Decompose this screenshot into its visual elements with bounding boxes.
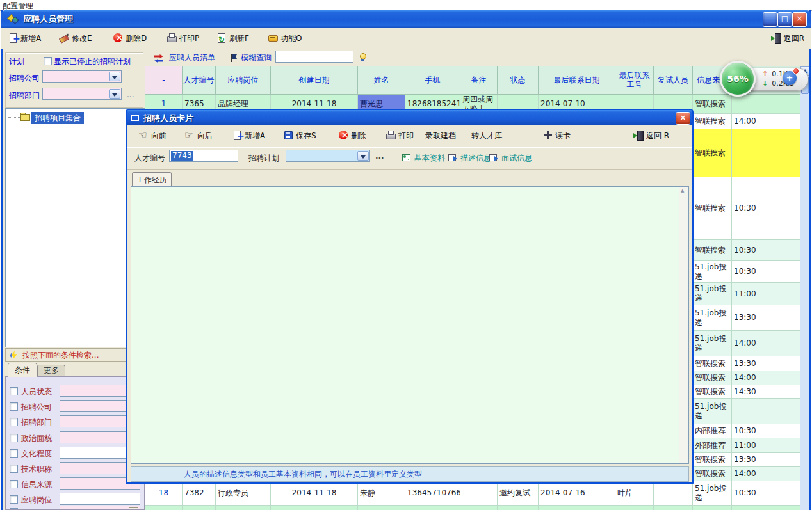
column-header[interactable]: 最后联系日期 <box>539 66 615 95</box>
table-cell[interactable]: 13:30 <box>732 305 770 331</box>
table-cell[interactable] <box>405 506 460 510</box>
table-cell[interactable]: 51.job投递 <box>693 331 732 356</box>
table-cell[interactable] <box>770 240 800 261</box>
column-header[interactable]: 手机 <box>405 66 460 95</box>
search-field-input[interactable] <box>60 506 140 510</box>
plan-ellipsis-button[interactable]: ... <box>375 152 384 161</box>
table-cell[interactable] <box>654 506 693 510</box>
table-cell[interactable]: 14:30 <box>732 385 770 399</box>
table-cell[interactable] <box>732 129 770 177</box>
memo-scrollbar[interactable] <box>679 187 688 463</box>
dept-combo[interactable] <box>42 88 122 100</box>
table-cell[interactable]: 11:00 <box>732 438 770 453</box>
table-cell[interactable]: 51.job投递 <box>693 283 732 305</box>
table-cell[interactable] <box>770 371 800 385</box>
table-cell[interactable] <box>145 506 183 510</box>
table-cell[interactable]: 智联搜索 <box>693 356 732 371</box>
table-cell[interactable]: 智联搜索 <box>693 129 732 177</box>
tab-applicant-list[interactable]: 应聘人员清单 <box>169 52 215 63</box>
table-cell[interactable]: 智联搜索 <box>693 177 732 240</box>
column-header[interactable]: 姓名 <box>358 66 405 95</box>
table-cell[interactable] <box>539 506 615 510</box>
search-checkbox[interactable] <box>10 418 18 426</box>
table-cell[interactable]: 内部推荐 <box>693 424 732 438</box>
chevron-down-icon[interactable] <box>109 89 120 99</box>
table-cell[interactable]: 行政专员 <box>216 481 271 506</box>
table-cell[interactable]: 朱静 <box>358 481 405 506</box>
search-header-label[interactable]: 按照下面的条件检索... <box>22 350 99 361</box>
code-input[interactable]: 7743 <box>169 150 238 162</box>
dialog-toolbar-button-5[interactable]: 删除 <box>338 129 366 142</box>
table-cell[interactable] <box>216 506 271 510</box>
table-cell[interactable]: 51.job投递 <box>693 261 732 283</box>
chevron-down-icon[interactable] <box>357 151 369 161</box>
table-cell[interactable]: 智联搜索 <box>693 385 732 399</box>
table-cell[interactable] <box>770 261 800 283</box>
dialog-toolbar-button-6[interactable]: 打印 <box>386 129 414 142</box>
table-cell[interactable]: 叶芹 <box>615 481 654 506</box>
lamp-icon[interactable] <box>357 52 368 62</box>
column-header[interactable]: 创建日期 <box>271 66 358 95</box>
table-cell[interactable] <box>770 356 800 371</box>
chevron-down-icon[interactable] <box>109 72 120 81</box>
table-cell[interactable]: 智联搜索 <box>693 240 732 261</box>
maximize-button[interactable]: □ <box>777 12 792 27</box>
table-cell[interactable]: 10:30 <box>732 261 770 283</box>
search-checkbox[interactable] <box>10 449 18 458</box>
table-cell[interactable]: 14:00 <box>732 467 770 481</box>
plan-combo[interactable] <box>286 150 370 162</box>
table-cell[interactable] <box>770 283 800 305</box>
table-cell[interactable] <box>770 467 800 481</box>
table-cell[interactable] <box>770 438 800 453</box>
table-cell[interactable]: 11:00 <box>732 283 770 305</box>
table-cell[interactable] <box>693 506 732 510</box>
table-cell[interactable]: 智联搜索 <box>693 467 732 481</box>
table-cell[interactable]: 7382 <box>183 481 216 506</box>
dialog-toolbar-button-4[interactable]: 保存S <box>283 129 316 142</box>
dialog-toolbar-button-3[interactable]: 新增A <box>232 129 265 142</box>
column-header[interactable]: - <box>145 66 183 95</box>
work-history-memo[interactable] <box>131 186 689 464</box>
table-cell[interactable] <box>770 177 800 240</box>
column-header[interactable]: 应聘岗位 <box>216 66 271 95</box>
show-stopped-label[interactable]: 显示已停止的招聘计划 <box>54 56 131 67</box>
table-cell[interactable]: 2014-07-16 <box>539 481 615 506</box>
dialog-toolbar-button-1[interactable]: 向前 <box>138 129 166 142</box>
dept-ellipsis-button[interactable]: ... <box>127 90 134 99</box>
table-cell[interactable] <box>732 399 770 424</box>
table-cell[interactable] <box>460 481 498 506</box>
table-cell[interactable]: 14:00 <box>732 331 770 356</box>
table-cell[interactable] <box>770 385 800 399</box>
table-cell[interactable] <box>770 129 800 177</box>
read-card-button[interactable]: 读卡 <box>542 129 571 142</box>
toolbar-button-6[interactable]: 功能O <box>268 32 302 45</box>
show-stopped-checkbox[interactable] <box>44 57 52 65</box>
table-cell[interactable]: 智联搜索 <box>693 95 732 114</box>
return-button[interactable]: 返回R <box>771 32 804 45</box>
column-header[interactable]: 复试人员 <box>654 66 693 95</box>
table-cell[interactable] <box>770 453 800 467</box>
table-cell[interactable] <box>271 506 358 510</box>
dialog-return-button[interactable]: 返回 R <box>633 129 669 142</box>
table-cell[interactable]: 13:30 <box>732 356 770 371</box>
table-cell[interactable]: 外部推荐 <box>693 438 732 453</box>
table-cell[interactable] <box>770 114 800 129</box>
search-checkbox[interactable] <box>10 434 18 442</box>
tab-condition[interactable]: 条件 <box>8 363 37 377</box>
table-cell[interactable]: 智联搜索 <box>693 371 732 385</box>
table-cell[interactable]: 10:30 <box>732 481 770 506</box>
table-cell[interactable] <box>770 424 800 438</box>
table-cell[interactable]: 14:00 <box>732 371 770 385</box>
dialog-link-3[interactable]: 面试信息 <box>489 152 532 164</box>
table-cell[interactable] <box>732 506 770 510</box>
search-checkbox[interactable] <box>10 480 18 488</box>
search-checkbox[interactable] <box>10 495 18 504</box>
column-header[interactable]: 人才编号 <box>183 66 216 95</box>
dialog-toolbar-button-8[interactable]: 转人才库 <box>471 129 502 142</box>
grid-vscrollbar[interactable]: ▲ <box>800 66 809 510</box>
table-cell[interactable]: 18 <box>145 481 183 506</box>
tab-work-history[interactable]: 工作经历 <box>132 172 172 187</box>
dialog-link-1[interactable]: 基本资料 <box>402 152 445 164</box>
table-cell[interactable]: 10:30 <box>732 424 770 438</box>
table-cell[interactable] <box>615 506 654 510</box>
